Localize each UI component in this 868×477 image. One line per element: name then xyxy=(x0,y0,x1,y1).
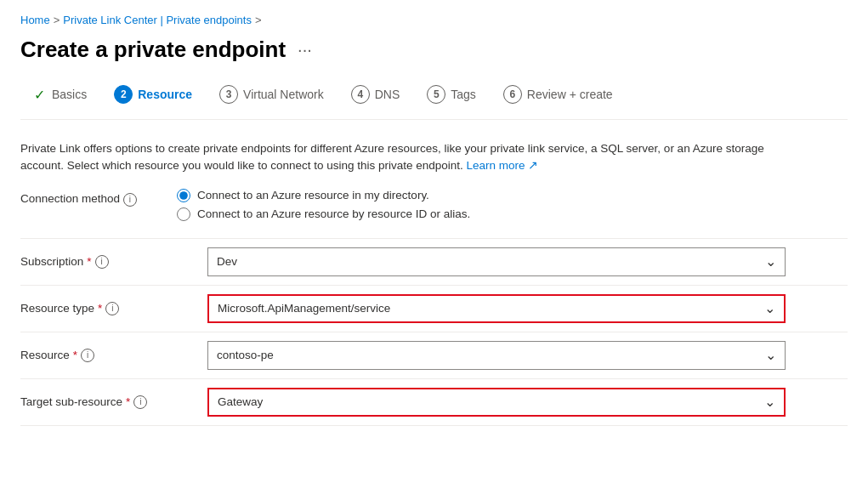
radio-directory-input[interactable] xyxy=(177,189,190,202)
subscription-value: Dev xyxy=(217,255,237,268)
target-sub-resource-info-icon[interactable]: i xyxy=(133,395,147,409)
step-virtual-network-circle: 3 xyxy=(219,85,238,104)
learn-more-link[interactable]: Learn more ↗ xyxy=(467,159,539,172)
subscription-info-icon[interactable]: i xyxy=(95,255,109,269)
step-tags-label: Tags xyxy=(451,88,476,101)
resource-label: Resource * i xyxy=(20,349,207,362)
connection-method-label: Connection method i xyxy=(20,189,156,207)
resource-required: * xyxy=(73,349,77,361)
resource-type-info-icon[interactable]: i xyxy=(105,302,119,315)
step-tags-circle: 5 xyxy=(427,85,445,104)
resource-dropdown[interactable]: contoso-pe xyxy=(207,341,786,370)
target-sub-resource-dropdown-arrow xyxy=(764,394,775,410)
step-review-create[interactable]: 6 Review + create xyxy=(490,80,627,109)
connection-method-info-icon[interactable]: i xyxy=(123,193,137,207)
step-review-create-circle: 6 xyxy=(503,85,522,104)
target-sub-resource-required: * xyxy=(126,395,130,408)
subscription-row: Subscription * i Dev xyxy=(20,238,848,285)
resource-control: contoso-pe xyxy=(207,341,786,370)
checkmark-icon: ✓ xyxy=(34,87,45,103)
resource-value: contoso-pe xyxy=(217,349,274,361)
subscription-label: Subscription * i xyxy=(20,255,207,269)
resource-type-label: Resource type * i xyxy=(20,302,207,315)
radio-resource-id-label: Connect to an Azure resource by resource… xyxy=(197,207,470,220)
breadcrumb-sep2: > xyxy=(255,14,262,26)
resource-type-dropdown-arrow xyxy=(764,300,775,316)
resource-row: Resource * i contoso-pe xyxy=(20,332,848,378)
radio-resource-id[interactable]: Connect to an Azure resource by resource… xyxy=(177,207,470,221)
description-text: Private Link offers options to create pr… xyxy=(20,140,786,175)
step-resource[interactable]: 2 Resource xyxy=(100,80,206,109)
radio-directory-label: Connect to an Azure resource in my direc… xyxy=(197,189,429,202)
subscription-control: Dev xyxy=(207,247,786,276)
external-link-icon: ↗ xyxy=(528,159,538,172)
step-basics[interactable]: ✓ Basics xyxy=(20,82,100,108)
connection-method-row: Connection method i Connect to an Azure … xyxy=(20,189,848,221)
step-virtual-network[interactable]: 3 Virtual Network xyxy=(206,80,338,109)
subscription-dropdown-arrow xyxy=(765,253,776,270)
target-sub-resource-control: Gateway xyxy=(207,388,786,417)
step-resource-label: Resource xyxy=(138,88,192,101)
step-virtual-network-label: Virtual Network xyxy=(243,88,324,101)
subscription-required: * xyxy=(87,255,91,268)
steps-bar: ✓ Basics 2 Resource 3 Virtual Network 4 … xyxy=(20,80,848,120)
target-sub-resource-value: Gateway xyxy=(218,395,263,408)
page-title: Create a private endpoint xyxy=(20,37,286,63)
subscription-dropdown[interactable]: Dev xyxy=(207,247,786,276)
page-title-row: Create a private endpoint ··· xyxy=(20,37,848,63)
connection-method-options: Connect to an Azure resource in my direc… xyxy=(177,189,470,221)
step-dns[interactable]: 4 DNS xyxy=(338,80,414,109)
step-review-create-label: Review + create xyxy=(527,88,613,101)
resource-dropdown-arrow xyxy=(765,347,776,363)
target-sub-resource-row: Target sub-resource * i Gateway xyxy=(20,378,848,426)
step-dns-label: DNS xyxy=(375,88,400,101)
breadcrumb-home[interactable]: Home xyxy=(20,14,50,26)
ellipsis-menu-button[interactable]: ··· xyxy=(292,38,317,61)
resource-type-required: * xyxy=(98,302,102,315)
target-sub-resource-label: Target sub-resource * i xyxy=(20,395,207,409)
resource-type-row: Resource type * i Microsoft.ApiManagemen… xyxy=(20,285,848,332)
target-sub-resource-dropdown[interactable]: Gateway xyxy=(207,388,786,417)
resource-type-dropdown[interactable]: Microsoft.ApiManagement/service xyxy=(207,294,786,323)
form-section: Subscription * i Dev Resource type * i M… xyxy=(20,238,848,426)
radio-resource-id-input[interactable] xyxy=(177,207,190,221)
radio-directory[interactable]: Connect to an Azure resource in my direc… xyxy=(177,189,470,202)
breadcrumb-sep1: > xyxy=(54,14,60,26)
resource-type-value: Microsoft.ApiManagement/service xyxy=(218,302,390,315)
resource-type-control: Microsoft.ApiManagement/service xyxy=(207,294,786,323)
step-dns-circle: 4 xyxy=(351,85,370,104)
step-tags[interactable]: 5 Tags xyxy=(413,80,490,109)
breadcrumb: Home > Private Link Center | Private end… xyxy=(20,14,848,26)
step-basics-label: Basics xyxy=(52,88,87,101)
breadcrumb-private-link[interactable]: Private Link Center | Private endpoints xyxy=(63,14,252,26)
step-resource-circle: 2 xyxy=(114,85,133,104)
resource-info-icon[interactable]: i xyxy=(81,349,94,362)
